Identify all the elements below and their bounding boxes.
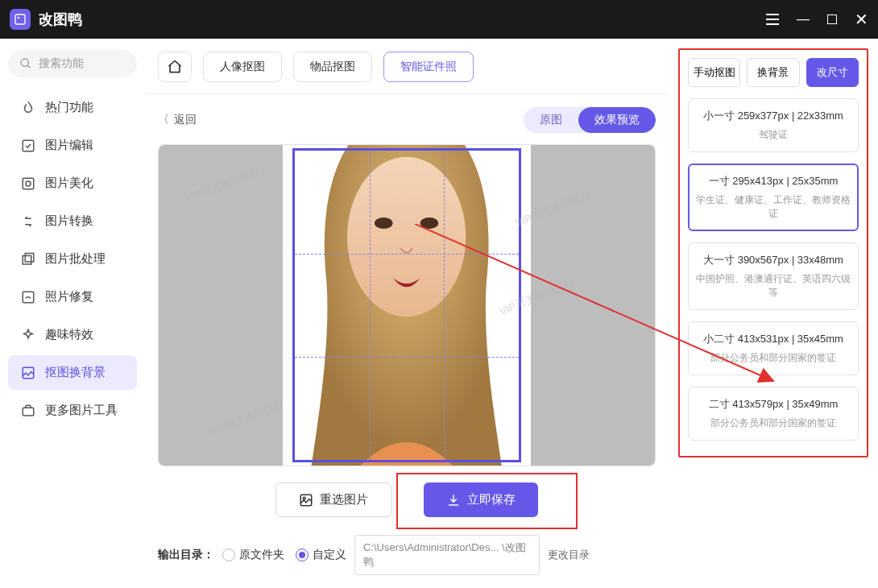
watermark: VIP可无水印保存 — [183, 163, 263, 206]
main-area: 人像抠图 物品抠图 智能证件照 〈 返回 原图 效果预览 — [145, 39, 669, 588]
beauty-icon — [19, 176, 37, 191]
home-button[interactable] — [158, 52, 192, 82]
svg-rect-0 — [15, 14, 25, 24]
svg-rect-7 — [23, 255, 31, 264]
sidebar-item-fun[interactable]: 趣味特效 — [8, 317, 137, 352]
menu-icon[interactable] — [766, 14, 779, 25]
annotation-box-right: 手动抠图 换背景 改尺寸 小一寸 259x377px | 22x33mm 驾驶证… — [678, 48, 868, 458]
app-logo — [10, 9, 31, 30]
sidebar-item-edit[interactable]: 图片编辑 — [8, 128, 137, 163]
search-icon — [19, 57, 32, 70]
watermark: VIP可无水印保存 — [207, 396, 287, 440]
tab-portrait-cutout[interactable]: 人像抠图 — [203, 52, 282, 82]
watermark: VIP可无水印保存 — [513, 187, 593, 230]
svg-rect-4 — [23, 140, 34, 151]
radio-custom-folder[interactable]: 自定义 — [296, 548, 346, 562]
svg-rect-5 — [23, 178, 34, 189]
title-bar: 改图鸭 — ✕ — [0, 0, 878, 39]
output-row: 输出目录： 原文件夹 自定义 C:\Users\Administrator\De… — [158, 535, 656, 575]
size-card-4[interactable]: 二寸 413x579px | 35x49mm 部分公务员和部分国家的签证 — [688, 387, 859, 441]
output-path-input[interactable]: C:\Users\Administrator\Des... \改图鸭 — [354, 535, 540, 575]
divider — [145, 93, 669, 94]
save-button[interactable]: 立即保存 — [424, 482, 538, 517]
sidebar: 搜索功能 热门功能 图片编辑 图片美化 图片转换 图片批处理 — [0, 39, 145, 588]
output-label: 输出目录： — [158, 548, 214, 562]
change-directory-link[interactable]: 更改目录 — [548, 548, 590, 562]
svg-point-6 — [26, 181, 31, 186]
svg-line-3 — [27, 65, 30, 68]
rtab-change-bg[interactable]: 换背景 — [747, 58, 799, 87]
svg-point-18 — [303, 497, 305, 499]
sidebar-item-cutout-bg[interactable]: 抠图换背景 — [8, 355, 137, 390]
size-card-1[interactable]: 一寸 295x413px | 25x35mm 学生证、健康证、工作证、教师资格证 — [688, 164, 859, 231]
restore-icon — [19, 290, 37, 304]
radio-source-folder[interactable]: 原文件夹 — [222, 548, 284, 562]
crop-handle-bl[interactable] — [292, 448, 307, 462]
crop-frame[interactable] — [292, 148, 520, 462]
toggle-preview[interactable]: 效果预览 — [578, 107, 656, 133]
image-icon — [299, 493, 313, 507]
home-icon — [167, 59, 183, 75]
rtab-manual-cutout[interactable]: 手动抠图 — [688, 58, 740, 87]
tab-smart-idphoto[interactable]: 智能证件照 — [383, 52, 474, 82]
sidebar-item-batch[interactable]: 图片批处理 — [8, 242, 137, 276]
maximize-button[interactable] — [827, 14, 837, 24]
crop-handle-br[interactable] — [507, 448, 521, 462]
sidebar-item-hot[interactable]: 热门功能 — [8, 90, 137, 125]
sidebar-item-convert[interactable]: 图片转换 — [8, 204, 137, 238]
sidebar-item-restore[interactable]: 照片修复 — [8, 280, 137, 314]
convert-icon — [19, 214, 37, 229]
close-button[interactable]: ✕ — [855, 10, 868, 29]
download-icon — [446, 493, 461, 507]
chevron-left-icon: 〈 — [158, 113, 169, 127]
size-card-0[interactable]: 小一寸 259x377px | 22x33mm 驾驶证 — [688, 98, 859, 152]
size-card-2[interactable]: 大一寸 390x567px | 33x48mm 中国护照、港澳通行证、英语四六级… — [688, 242, 859, 310]
fire-icon — [19, 101, 37, 115]
search-input[interactable]: 搜索功能 — [8, 50, 137, 77]
svg-rect-8 — [25, 253, 34, 262]
crop-handle-tl[interactable] — [292, 148, 307, 163]
svg-point-2 — [21, 59, 28, 66]
tab-object-cutout[interactable]: 物品抠图 — [293, 52, 372, 82]
rtab-resize[interactable]: 改尺寸 — [806, 58, 859, 87]
cutout-icon — [19, 366, 37, 380]
size-card-3[interactable]: 小二寸 413x531px | 35x45mm 部分公务员和部分国家的签证 — [688, 321, 859, 375]
minimize-button[interactable]: — — [797, 12, 810, 27]
view-toggle: 原图 效果预览 — [524, 107, 656, 133]
app-title: 改图鸭 — [39, 10, 82, 29]
toggle-original[interactable]: 原图 — [524, 107, 578, 133]
toolbox-icon — [19, 404, 37, 418]
svg-rect-11 — [23, 408, 34, 416]
sidebar-item-beautify[interactable]: 图片美化 — [8, 166, 137, 201]
back-button[interactable]: 〈 返回 — [158, 113, 197, 127]
right-panel: 手动抠图 换背景 改尺寸 小一寸 259x377px | 22x33mm 驾驶证… — [669, 39, 878, 588]
crop-handle-tr[interactable] — [507, 148, 521, 163]
sidebar-item-more[interactable]: 更多图片工具 — [8, 393, 137, 428]
reselect-image-button[interactable]: 重选图片 — [275, 482, 391, 517]
sparkle-icon — [19, 328, 37, 342]
svg-point-1 — [18, 17, 20, 19]
image-canvas[interactable]: VIP可无水印保存 VIP可无水印保存 VIP可无水印保存 VIP可无水印保存 — [158, 144, 656, 466]
batch-icon — [19, 252, 37, 267]
edit-icon — [19, 139, 37, 153]
